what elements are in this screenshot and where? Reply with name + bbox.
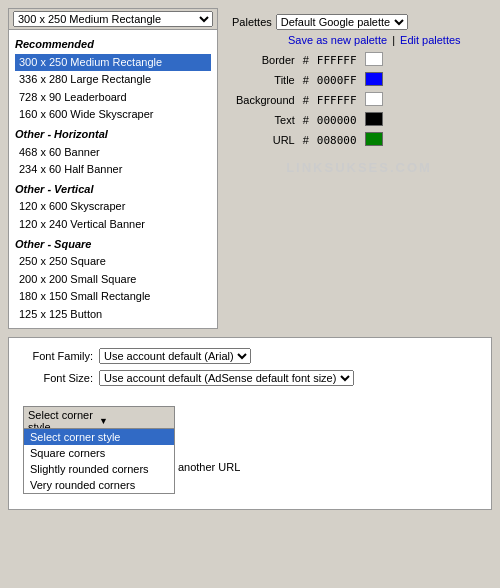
color-label-cell: Title [232,70,299,90]
color-swatch-cell[interactable] [361,130,387,150]
ad-size-item[interactable]: 160 x 600 Wide Skyscraper [15,106,211,124]
corner-style-option[interactable]: Square corners [24,445,174,461]
corner-style-section: Select corner style ▼ Select corner styl… [23,406,477,436]
color-row: Border#FFFFFF [232,50,387,70]
color-swatch-cell[interactable] [361,110,387,130]
ad-size-item[interactable]: 468 x 60 Banner [15,144,211,162]
corner-style-option[interactable]: Very rounded corners [24,477,174,493]
color-row: Text#000000 [232,110,387,130]
color-swatch[interactable] [365,112,383,126]
font-family-dropdown[interactable]: Use account default (Arial) [99,348,251,364]
ad-size-dropdown[interactable]: 300 x 250 Medium Rectangle [13,11,213,27]
ad-size-item[interactable]: 180 x 150 Small Rectangle [15,288,211,306]
color-swatch[interactable] [365,92,383,106]
color-hash-cell: # [299,50,313,70]
color-swatch-cell[interactable] [361,50,387,70]
font-family-label: Font Family: [23,350,93,362]
color-hash-cell: # [299,70,313,90]
color-row: Title#0000FF [232,70,387,90]
save-palette-link[interactable]: Save as new palette [288,34,387,46]
watermark: LINKSUKSES.COM [232,160,486,175]
ad-size-item[interactable]: 300 x 250 Medium Rectangle [15,54,211,72]
color-swatch-cell[interactable] [361,90,387,110]
color-swatch[interactable] [365,132,383,146]
color-hex-cell: 0000FF [313,70,361,90]
corner-dropdown-arrow: ▼ [99,416,170,426]
ad-size-item[interactable]: 125 x 125 Button [15,306,211,324]
ad-size-list: Recommended300 x 250 Medium Rectangle336… [9,30,217,328]
palette-dropdown[interactable]: Default Google palette [276,14,408,30]
color-hash-cell: # [299,130,313,150]
color-table: Border#FFFFFFTitle#0000FFBackground#FFFF… [232,50,387,150]
palette-label: Palettes [232,16,272,28]
font-size-label: Font Size: [23,372,93,384]
palette-row: Palettes Default Google palette [232,14,486,30]
ad-size-category: Other - Horizontal [15,126,211,144]
color-row: URL#008000 [232,130,387,150]
font-family-row: Font Family: Use account default (Arial) [23,348,477,364]
ad-size-category: Other - Vertical [15,181,211,199]
color-label-cell: URL [232,130,299,150]
corner-style-option[interactable]: Select corner style [24,429,174,445]
color-hex-cell: FFFFFF [313,50,361,70]
font-size-dropdown[interactable]: Use account default (AdSense default fon… [99,370,354,386]
palette-link-separator: | [392,34,395,46]
color-hex-cell: 008000 [313,130,361,150]
color-hex-cell: 000000 [313,110,361,130]
top-section: 300 x 250 Medium Rectangle Recommended30… [8,8,492,329]
corner-style-list: Select corner styleSquare cornersSlightl… [23,428,175,494]
ad-size-panel: 300 x 250 Medium Rectangle Recommended30… [8,8,218,329]
corner-style-option[interactable]: Slightly rounded corners [24,461,174,477]
corner-dropdown-wrapper: Select corner style ▼ Select corner styl… [23,406,175,436]
ad-size-category: Other - Square [15,236,211,254]
main-container: 300 x 250 Medium Rectangle Recommended30… [8,8,492,510]
ad-size-item[interactable]: 728 x 90 Leaderboard [15,89,211,107]
edit-palettes-link[interactable]: Edit palettes [400,34,461,46]
palette-links-row: Save as new palette | Edit palettes [232,34,486,46]
color-hex-cell: FFFFFF [313,90,361,110]
ad-size-item[interactable]: 200 x 200 Small Square [15,271,211,289]
ad-size-item[interactable]: 120 x 240 Vertical Banner [15,216,211,234]
color-swatch-cell[interactable] [361,70,387,90]
palette-links: Save as new palette | Edit palettes [288,34,461,46]
color-swatch[interactable] [365,72,383,86]
color-hash-cell: # [299,90,313,110]
ad-size-category: Recommended [15,36,211,54]
ad-size-header: 300 x 250 Medium Rectangle [9,9,217,30]
color-label-cell: Text [232,110,299,130]
color-row: Background#FFFFFF [232,90,387,110]
ad-size-item[interactable]: 250 x 250 Square [15,253,211,271]
ad-size-item[interactable]: 336 x 280 Large Rectangle [15,71,211,89]
color-label-cell: Background [232,90,299,110]
ad-size-item[interactable]: 234 x 60 Half Banner [15,161,211,179]
palette-panel: Palettes Default Google palette Save as … [226,8,492,329]
color-hash-cell: # [299,110,313,130]
font-size-row: Font Size: Use account default (AdSense … [23,370,477,386]
bottom-section: Font Family: Use account default (Arial)… [8,337,492,510]
color-label-cell: Border [232,50,299,70]
ad-size-item[interactable]: 120 x 600 Skyscraper [15,198,211,216]
color-swatch[interactable] [365,52,383,66]
